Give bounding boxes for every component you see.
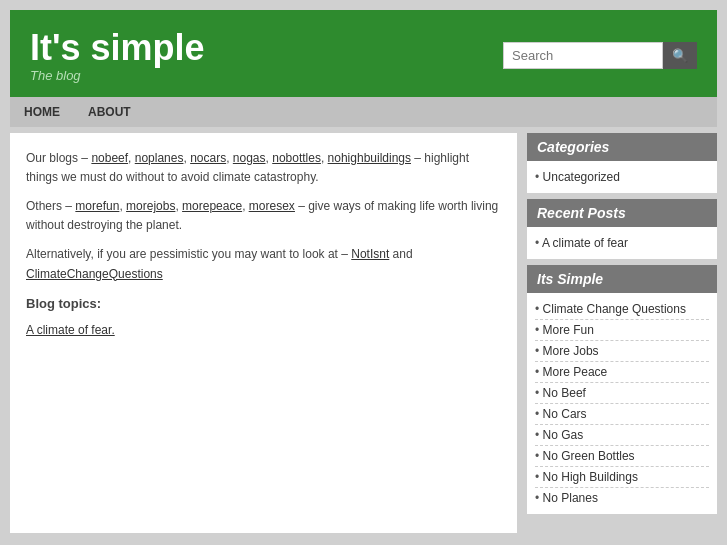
search-form[interactable]: 🔍 — [503, 42, 697, 69]
link-nogas[interactable]: nogas — [233, 151, 266, 165]
sidebar-recent-posts-list: A climate of fear — [527, 227, 717, 259]
sidebar-its-simple-title: Its Simple — [527, 265, 717, 293]
link-moresex[interactable]: moresex — [249, 199, 295, 213]
link-climatechangequestions[interactable]: ClimateChangeQuestions — [26, 267, 163, 281]
sidebar-recent-posts: Recent Posts A climate of fear — [527, 199, 717, 259]
link-nobottles[interactable]: nobottles — [272, 151, 321, 165]
link-no-planes[interactable]: No Planes — [543, 491, 598, 505]
link-morejobs[interactable]: morejobs — [126, 199, 175, 213]
link-nobeef[interactable]: nobeef — [91, 151, 128, 165]
link-no-gas[interactable]: No Gas — [543, 428, 584, 442]
link-nohighbuildings[interactable]: nohighbuildings — [328, 151, 411, 165]
list-item: No Planes — [535, 488, 709, 508]
link-more-jobs[interactable]: More Jobs — [543, 344, 599, 358]
link-no-high-buildings[interactable]: No High Buildings — [543, 470, 638, 484]
search-button[interactable]: 🔍 — [663, 42, 697, 69]
content-para1: Our blogs – nobeef, noplanes, nocars, no… — [26, 149, 501, 187]
list-item: No Cars — [535, 404, 709, 425]
link-climate-change-questions[interactable]: Climate Change Questions — [543, 302, 686, 316]
link-no-cars[interactable]: No Cars — [543, 407, 587, 421]
link-notisnt[interactable]: NotIsnt — [351, 247, 389, 261]
sidebar-categories-list: Uncategorized — [527, 161, 717, 193]
content-area: Our blogs – nobeef, noplanes, nocars, no… — [10, 133, 517, 533]
link-more-fun[interactable]: More Fun — [543, 323, 594, 337]
sidebar-categories: Categories Uncategorized — [527, 133, 717, 193]
list-item: No Gas — [535, 425, 709, 446]
link-morefun[interactable]: morefun — [75, 199, 119, 213]
list-item: More Peace — [535, 362, 709, 383]
link-no-beef[interactable]: No Beef — [543, 386, 586, 400]
list-item: More Jobs — [535, 341, 709, 362]
nav-about[interactable]: ABOUT — [74, 97, 145, 127]
list-item: No Beef — [535, 383, 709, 404]
sidebar-recent-posts-title: Recent Posts — [527, 199, 717, 227]
list-item: No High Buildings — [535, 467, 709, 488]
search-input[interactable] — [503, 42, 663, 69]
link-climate-of-fear[interactable]: A climate of fear. — [26, 323, 115, 337]
list-item: Climate Change Questions — [535, 299, 709, 320]
content-para3: Alternatively, if you are pessimistic yo… — [26, 245, 501, 283]
link-no-green-bottles[interactable]: No Green Bottles — [543, 449, 635, 463]
link-nocars[interactable]: nocars — [190, 151, 226, 165]
link-recent-climate-fear[interactable]: A climate of fear — [542, 236, 628, 250]
sidebar-categories-title: Categories — [527, 133, 717, 161]
sidebar-its-simple: Its Simple Climate Change Questions More… — [527, 265, 717, 514]
blog-link: A climate of fear. — [26, 321, 501, 340]
link-morepeace[interactable]: morepeace — [182, 199, 242, 213]
site-title: It's simple — [30, 28, 205, 68]
blog-topics-label: Blog topics: — [26, 294, 501, 315]
link-more-peace[interactable]: More Peace — [543, 365, 608, 379]
site-tagline: The blog — [30, 68, 205, 83]
sidebar-its-simple-list: Climate Change Questions More Fun More J… — [527, 293, 717, 514]
link-noplanes[interactable]: noplanes — [135, 151, 184, 165]
list-item: Uncategorized — [535, 167, 709, 187]
list-item: A climate of fear — [535, 233, 709, 253]
link-uncategorized[interactable]: Uncategorized — [543, 170, 620, 184]
list-item: No Green Bottles — [535, 446, 709, 467]
nav: HOME ABOUT — [10, 97, 717, 127]
content-para2: Others – morefun, morejobs, morepeace, m… — [26, 197, 501, 235]
sidebar: Categories Uncategorized Recent Posts A … — [527, 133, 717, 533]
nav-home[interactable]: HOME — [10, 97, 74, 127]
list-item: More Fun — [535, 320, 709, 341]
